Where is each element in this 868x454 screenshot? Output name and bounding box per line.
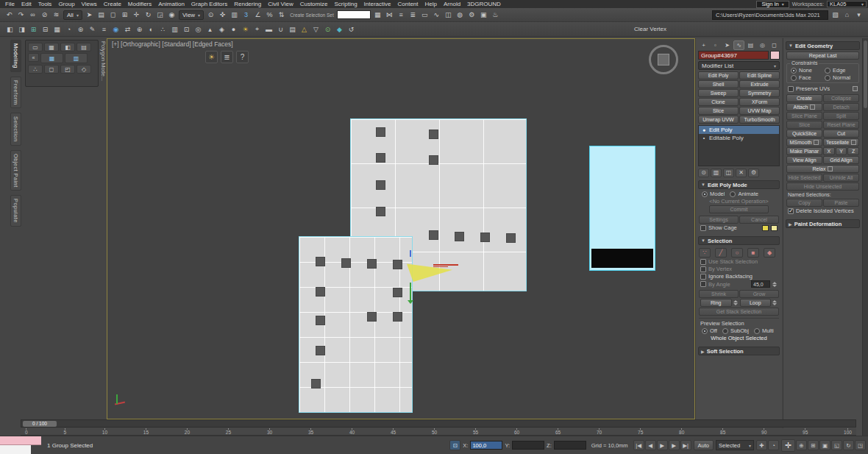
configure-modifier-sets-icon[interactable]: ⚙ bbox=[748, 169, 759, 177]
dropdown-icon[interactable]: ▾ bbox=[853, 10, 864, 21]
constraint-radio[interactable]: None bbox=[789, 67, 822, 74]
show-end-result-icon[interactable]: ▥ bbox=[711, 169, 722, 177]
by-angle-checkbox[interactable] bbox=[700, 281, 706, 287]
get-stack-selection-button[interactable]: Get Stack Selection bbox=[699, 308, 779, 316]
modifier-stack-item[interactable]: ● Edit Poly bbox=[699, 126, 779, 134]
mirror-icon[interactable]: ⋈ bbox=[384, 10, 395, 21]
menu-item[interactable]: Arnold bbox=[441, 1, 463, 7]
ribbon-tab[interactable]: Populate bbox=[10, 195, 21, 227]
cage-selected-color-swatch[interactable] bbox=[771, 225, 778, 231]
angle-snap-icon[interactable]: ∠ bbox=[252, 10, 263, 21]
half-square-right-icon[interactable]: ◨ bbox=[16, 24, 27, 35]
ribbon-tab[interactable]: Object Paint bbox=[10, 150, 21, 191]
redo-icon[interactable]: ↷ bbox=[15, 10, 26, 21]
edit-geometry-button[interactable]: Hide Selected bbox=[786, 174, 822, 182]
listener-macro-pane[interactable] bbox=[0, 436, 41, 445]
list-icon[interactable]: ≣ bbox=[221, 51, 233, 63]
edit-geometry-button[interactable]: Cut bbox=[823, 130, 859, 138]
show-cage-checkbox[interactable] bbox=[700, 225, 706, 231]
edit-geometry-button[interactable]: Relax bbox=[786, 165, 859, 173]
column-block[interactable] bbox=[311, 379, 321, 389]
column-block[interactable] bbox=[429, 230, 438, 240]
play-icon[interactable]: ▶ bbox=[657, 440, 668, 450]
percent-snap-icon[interactable]: % bbox=[264, 10, 275, 21]
menu-item[interactable]: Animation bbox=[155, 1, 188, 7]
model-radio[interactable]: Model bbox=[700, 191, 726, 197]
repeat-last-button[interactable]: Repeat Last bbox=[786, 52, 859, 60]
modifier-button[interactable]: UVW Map bbox=[739, 107, 780, 115]
modifier-button[interactable]: XForm bbox=[739, 98, 780, 106]
object-name-field[interactable]: Group#43697 bbox=[698, 51, 769, 60]
by-vertex-checkbox[interactable] bbox=[700, 266, 706, 272]
object-color-swatch[interactable] bbox=[770, 51, 780, 60]
edit-geometry-button[interactable]: Tessellate bbox=[823, 138, 859, 146]
loop-button[interactable]: Loop bbox=[740, 299, 772, 307]
menu-item[interactable]: Group bbox=[55, 1, 77, 7]
collapse-panel-icon[interactable]: « bbox=[28, 53, 39, 62]
blue-grid-icon[interactable]: ▦ bbox=[40, 53, 63, 63]
select-and-link-icon[interactable]: ∞ bbox=[27, 10, 38, 21]
warning-triangle-icon[interactable]: △ bbox=[299, 24, 310, 35]
align-icon[interactable]: ≡ bbox=[396, 10, 407, 21]
ignore-backfacing-checkbox[interactable] bbox=[700, 274, 706, 280]
polygon-modeling-label[interactable]: Polygon Mode... bbox=[100, 41, 107, 81]
menu-item[interactable]: Rendering bbox=[231, 1, 264, 7]
zoom-all-icon[interactable]: ⊞ bbox=[808, 440, 819, 450]
render-production-icon[interactable]: ♨ bbox=[490, 10, 501, 21]
next-frame-icon[interactable]: ▶ bbox=[669, 440, 680, 450]
create-tab-icon[interactable]: ➤ bbox=[722, 40, 733, 50]
preview-multi-radio[interactable]: Multi bbox=[753, 327, 775, 334]
edit-geometry-button[interactable]: Split bbox=[823, 112, 859, 120]
modifier-visibility-icon[interactable]: ● bbox=[701, 127, 707, 132]
use-stack-selection-checkbox[interactable] bbox=[700, 259, 706, 265]
green-dot-icon[interactable]: ⊙ bbox=[322, 24, 333, 35]
grid-tool-icon[interactable]: ▦ bbox=[44, 43, 59, 52]
shaded-grid-icon[interactable]: ▦ bbox=[51, 24, 63, 35]
home-icon[interactable]: ⌂ bbox=[842, 10, 853, 21]
menu-item[interactable]: Views bbox=[79, 1, 100, 7]
grow-button[interactable]: Grow bbox=[739, 290, 779, 298]
arc-icon[interactable]: ◔ bbox=[63, 24, 74, 35]
selection-filter-dropdown[interactable]: All ▾ bbox=[63, 10, 82, 20]
half-square-icon[interactable]: ◧ bbox=[4, 24, 15, 35]
rollout-soft-selection[interactable]: ▶ Soft Selection bbox=[698, 347, 780, 355]
menu-item[interactable]: Content bbox=[395, 1, 421, 7]
edit-geometry-button[interactable]: Collapse bbox=[823, 94, 859, 102]
menu-item[interactable]: Scripting bbox=[331, 1, 360, 7]
pan-icon[interactable]: ✛ bbox=[781, 439, 795, 452]
utilities-tab-icon[interactable]: ⚒ bbox=[780, 40, 782, 50]
modifier-button[interactable]: Symmetry bbox=[739, 89, 780, 97]
go-to-end-icon[interactable]: ▶| bbox=[680, 440, 691, 450]
workspace-dropdown[interactable]: KLA05 ▾ bbox=[827, 1, 867, 7]
layers-icon[interactable]: ▤ bbox=[287, 24, 298, 35]
render-setup-icon[interactable]: ⚙ bbox=[466, 10, 477, 21]
menu-item[interactable]: Tools bbox=[35, 1, 55, 7]
cancel-button[interactable]: Cancel bbox=[739, 216, 779, 224]
plus-icon[interactable]: + bbox=[698, 40, 709, 50]
pin-stack-icon[interactable]: ⊙ bbox=[698, 169, 709, 177]
preserve-uvs-settings-button[interactable] bbox=[853, 86, 858, 91]
selected-key-dropdown[interactable]: Selected ▾ bbox=[716, 440, 754, 450]
square-tool-icon[interactable]: ◻ bbox=[44, 65, 59, 74]
edge-subobject-icon[interactable]: ╱ bbox=[715, 248, 727, 258]
viewport[interactable]: [+] [Orthographic] [Standard] [Edged Fac… bbox=[107, 38, 695, 419]
clear-vertex-button[interactable]: Clear Vertex bbox=[634, 26, 666, 32]
constraint-radio[interactable]: Edge bbox=[823, 67, 856, 74]
keyboard-override-icon[interactable]: ▥ bbox=[229, 10, 240, 21]
selected-box-object[interactable] bbox=[589, 146, 655, 271]
diamond-box-icon[interactable]: ◈ bbox=[216, 24, 227, 35]
rows-icon[interactable]: ▤ bbox=[77, 43, 91, 52]
sign-in-button[interactable]: Sign In ▾ bbox=[756, 1, 789, 8]
rollout-paint-deformation[interactable]: ▶ Paint Deformation bbox=[786, 219, 860, 228]
help-icon[interactable]: ? bbox=[236, 51, 249, 63]
column-block[interactable] bbox=[341, 258, 351, 268]
light-icon[interactable]: ☀ bbox=[240, 24, 251, 35]
swap-arrows-icon[interactable]: ⇄ bbox=[122, 24, 133, 35]
selection-lock-icon[interactable]: ⊡ bbox=[449, 440, 460, 450]
remove-modifier-icon[interactable]: ✕ bbox=[736, 169, 747, 177]
loop-spinner[interactable] bbox=[772, 299, 778, 307]
time-slider-track[interactable]: 0 / 100 bbox=[21, 419, 856, 428]
edit-geometry-button[interactable]: Z bbox=[847, 147, 859, 155]
make-unique-icon[interactable]: ◫ bbox=[723, 169, 734, 177]
column-block[interactable] bbox=[429, 155, 438, 165]
